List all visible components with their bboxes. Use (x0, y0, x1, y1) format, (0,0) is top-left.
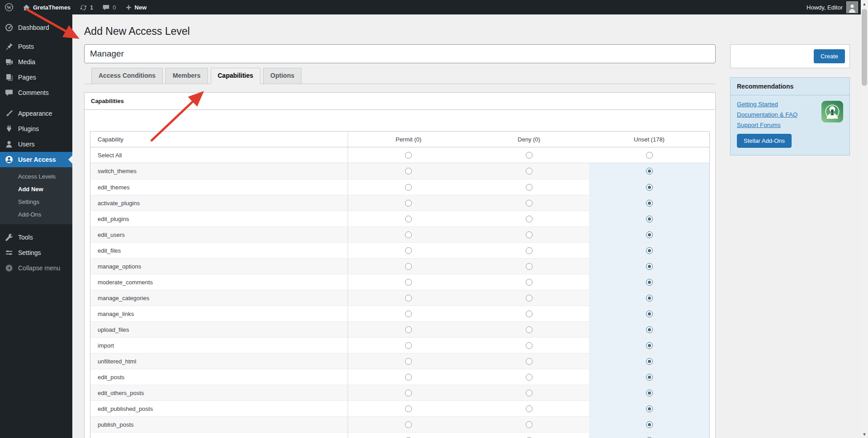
sidebar-item-comments[interactable]: Comments (0, 85, 72, 100)
unset-radio[interactable] (646, 231, 653, 238)
unset-radio[interactable] (646, 295, 653, 301)
link-support-forums[interactable]: Support Forums (737, 122, 816, 128)
select-all-unset-radio[interactable] (646, 152, 653, 159)
unset-radio[interactable] (646, 374, 653, 381)
unset-radio[interactable] (646, 216, 653, 222)
panel-title: Capabilities (85, 93, 715, 110)
sidebar-item-pages[interactable]: Pages (0, 70, 72, 85)
create-button[interactable]: Create (814, 49, 845, 63)
capability-name: publish_posts (90, 417, 348, 432)
deny-radio[interactable] (526, 184, 533, 191)
user-access-submenu: Access Levels Add New Settings Add-Ons (0, 167, 72, 224)
access-level-name-input[interactable] (84, 44, 716, 63)
unset-radio[interactable] (646, 390, 653, 396)
permit-radio[interactable] (405, 390, 412, 396)
unset-radio[interactable] (646, 247, 653, 254)
scrollbar-down-button[interactable]: ▼ (861, 430, 868, 438)
unset-radio[interactable] (646, 279, 653, 286)
permit-radio[interactable] (405, 295, 412, 301)
deny-radio[interactable] (526, 374, 533, 381)
new-content-menu[interactable]: New (121, 0, 151, 14)
comments-menu[interactable]: 0 (98, 0, 120, 14)
deny-radio[interactable] (526, 405, 533, 412)
deny-radio[interactable] (526, 390, 533, 396)
deny-radio[interactable] (526, 421, 533, 428)
permit-radio[interactable] (405, 421, 412, 428)
deny-radio[interactable] (526, 231, 533, 238)
sidebar-item-collapse-menu[interactable]: Collapse menu (0, 260, 72, 276)
permit-radio[interactable] (405, 263, 412, 270)
capability-name: edit_users (90, 227, 348, 242)
unset-radio[interactable] (646, 358, 653, 365)
sidebar-item-plugins[interactable]: Plugins (0, 121, 72, 137)
permit-radio[interactable] (405, 358, 412, 365)
permit-radio[interactable] (405, 216, 412, 222)
avatar[interactable] (846, 1, 858, 13)
permit-radio[interactable] (405, 374, 412, 381)
sidebar-item-tools[interactable]: Tools (0, 230, 72, 245)
sliders-icon (5, 248, 14, 257)
sidebar-item-posts[interactable]: Posts (0, 39, 72, 54)
permit-radio[interactable] (405, 326, 412, 333)
permit-radio[interactable] (405, 279, 412, 286)
unset-radio[interactable] (646, 168, 653, 174)
permit-radio[interactable] (405, 342, 412, 349)
unset-radio[interactable] (646, 263, 653, 270)
select-all-permit-radio[interactable] (405, 152, 412, 159)
permit-radio[interactable] (405, 311, 412, 317)
scrollbar-up-button[interactable]: ▲ (861, 0, 868, 8)
deny-radio[interactable] (526, 168, 533, 174)
sidebar-label: Plugins (18, 125, 39, 132)
select-all-deny-radio[interactable] (526, 152, 533, 159)
unset-radio[interactable] (646, 405, 653, 412)
permit-radio[interactable] (405, 231, 412, 238)
deny-radio[interactable] (526, 200, 533, 207)
tab-capabilities[interactable]: Capabilities (211, 68, 261, 84)
permit-radio[interactable] (405, 247, 412, 254)
stellar-add-ons-button[interactable]: Stellar Add-Ons (737, 134, 792, 148)
unset-radio[interactable] (646, 311, 653, 317)
deny-radio[interactable] (526, 279, 533, 286)
sidebar-item-appearance[interactable]: Appearance (0, 106, 72, 121)
submenu-item-settings[interactable]: Settings (0, 195, 72, 208)
deny-radio[interactable] (526, 358, 533, 365)
submenu-item-access-levels[interactable]: Access Levels (0, 170, 72, 183)
sidebar-item-dashboard[interactable]: Dashboard (0, 20, 72, 35)
permit-radio[interactable] (405, 405, 412, 412)
tab-access-conditions[interactable]: Access Conditions (91, 68, 163, 84)
deny-radio[interactable] (526, 295, 533, 301)
deny-radio[interactable] (526, 247, 533, 254)
recommendations-box: Recommendations Getting Started Document… (730, 77, 850, 155)
link-documentation-faq[interactable]: Documentation & FAQ (737, 111, 816, 118)
unset-radio[interactable] (646, 184, 653, 191)
sidebar-item-media[interactable]: Media (0, 54, 72, 70)
deny-radio[interactable] (526, 216, 533, 222)
link-getting-started[interactable]: Getting Started (737, 101, 816, 108)
tab-members[interactable]: Members (165, 68, 208, 84)
deny-radio[interactable] (526, 311, 533, 317)
permit-radio[interactable] (405, 184, 412, 191)
submenu-item-add-new[interactable]: Add New (0, 183, 72, 195)
site-menu[interactable]: GretaThemes (18, 0, 75, 14)
permit-radio[interactable] (405, 200, 412, 207)
tab-options[interactable]: Options (263, 68, 302, 84)
unset-radio[interactable] (646, 200, 653, 207)
permit-radio[interactable] (405, 168, 412, 174)
sidebar-item-user-access[interactable]: User Access (0, 152, 72, 167)
unset-radio[interactable] (646, 342, 653, 349)
unset-radio[interactable] (646, 421, 653, 428)
user-access-icon (5, 155, 14, 164)
deny-radio[interactable] (526, 326, 533, 333)
page-scrollbar[interactable]: ▲ ▼ (861, 0, 868, 438)
sidebar-item-users[interactable]: Users (0, 137, 72, 152)
sidebar-item-settings[interactable]: Settings (0, 245, 72, 260)
updates-menu[interactable]: 1 (75, 0, 98, 14)
scrollbar-thumb[interactable] (862, 9, 867, 86)
submenu-item-add-ons[interactable]: Add-Ons (0, 208, 72, 221)
howdy-menu[interactable]: Howdy, Editor (807, 4, 843, 11)
deny-radio[interactable] (526, 342, 533, 349)
deny-radio[interactable] (526, 263, 533, 270)
unset-radio[interactable] (646, 326, 653, 333)
wordpress-logo-icon[interactable]: W (0, 0, 18, 14)
col-header-deny: Deny (0) (469, 132, 589, 147)
